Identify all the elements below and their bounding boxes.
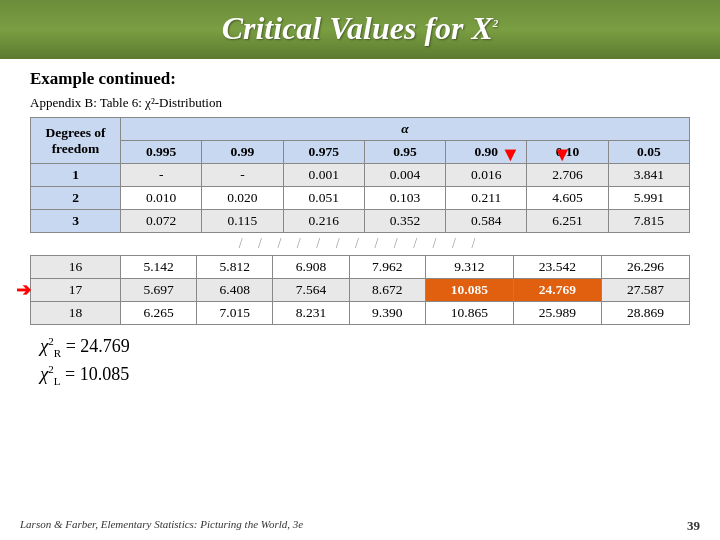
top-table: Degrees offreedom α 0.995 0.99 0.975 0.9… [30,117,690,233]
cell: 8.231 [273,302,349,325]
slash-separator: / / / / / / / / / / / / / [30,233,690,255]
page-title: Critical Values for X2 [20,10,700,47]
cell: 5.991 [608,187,689,210]
cell-highlight: 10.085 [425,279,513,302]
footer: Larson & Farber, Elementary Statistics: … [0,518,720,534]
cell: 0.004 [364,164,445,187]
cell: 3.841 [608,164,689,187]
example-label: Example continued: [30,69,690,89]
cell: 0.584 [446,210,527,233]
cell: 7.815 [608,210,689,233]
footer-page: 39 [687,518,700,534]
cell: 5.142 [121,256,197,279]
col-0995: 0.995 [121,141,202,164]
cell-highlight: 24.769 [513,279,601,302]
red-arrow-2: ▼ [552,143,572,166]
cell: 8.672 [349,279,425,302]
content: Example continued: Appendix B: Table 6: … [0,59,720,398]
cell: 0.010 [121,187,202,210]
cell: 26.296 [601,256,689,279]
results: χ2R = 24.769 χ2L = 10.085 [30,335,690,386]
df-value: 16 [31,256,121,279]
cell: 5.812 [197,256,273,279]
col-095: 0.95 [364,141,445,164]
cell: 0.020 [202,187,283,210]
table-row: 17 5.697 6.408 7.564 8.672 10.085 24.769… [31,279,690,302]
col-0975: 0.975 [283,141,364,164]
footer-citation: Larson & Farber, Elementary Statistics: … [20,518,303,534]
header: Critical Values for X2 [0,0,720,59]
cell: 10.865 [425,302,513,325]
appendix-label: Appendix B: Table 6: χ²-Distribution [30,95,690,111]
cell: 6.408 [197,279,273,302]
df-header: Degrees offreedom [31,118,121,164]
cell: 9.390 [349,302,425,325]
df-value: 1 [31,164,121,187]
cell: 27.587 [601,279,689,302]
bottom-table: 16 5.142 5.812 6.908 7.962 9.312 23.542 … [30,255,690,325]
df-value: 18 [31,302,121,325]
cell: 0.211 [446,187,527,210]
cell: 0.216 [283,210,364,233]
cell: 4.605 [527,187,608,210]
df-value: 3 [31,210,121,233]
cell: 0.016 [446,164,527,187]
cell: 0.115 [202,210,283,233]
cell: 0.352 [364,210,445,233]
table-row: 16 5.142 5.812 6.908 7.962 9.312 23.542 … [31,256,690,279]
cell: 7.015 [197,302,273,325]
table-row: 3 0.072 0.115 0.216 0.352 0.584 6.251 7.… [31,210,690,233]
table-row: 1 - - 0.001 0.004 0.016 2.706 3.841 [31,164,690,187]
cell: 0.103 [364,187,445,210]
cell: 2.706 [527,164,608,187]
table-row: 18 6.265 7.015 8.231 9.390 10.865 25.989… [31,302,690,325]
df-value: 2 [31,187,121,210]
red-arrow-1: ▼ [500,143,520,166]
col-005: 0.05 [608,141,689,164]
cell: 0.051 [283,187,364,210]
cell: 28.869 [601,302,689,325]
result-chi-r: χ2R = 24.769 [40,335,690,359]
alpha-header: α [121,118,690,141]
cell: 6.908 [273,256,349,279]
cell: - [121,164,202,187]
cell: 25.989 [513,302,601,325]
table-row: 2 0.010 0.020 0.051 0.103 0.211 4.605 5.… [31,187,690,210]
cell: 0.072 [121,210,202,233]
cell: 6.265 [121,302,197,325]
cell: 7.564 [273,279,349,302]
cell: 6.251 [527,210,608,233]
df-value: 17 [31,279,121,302]
result-chi-l: χ2L = 10.085 [40,363,690,387]
cell: 9.312 [425,256,513,279]
cell: 5.697 [121,279,197,302]
cell: 23.542 [513,256,601,279]
cell: 0.001 [283,164,364,187]
row-arrow: ➔ [16,279,31,301]
col-099: 0.99 [202,141,283,164]
cell: - [202,164,283,187]
cell: 7.962 [349,256,425,279]
